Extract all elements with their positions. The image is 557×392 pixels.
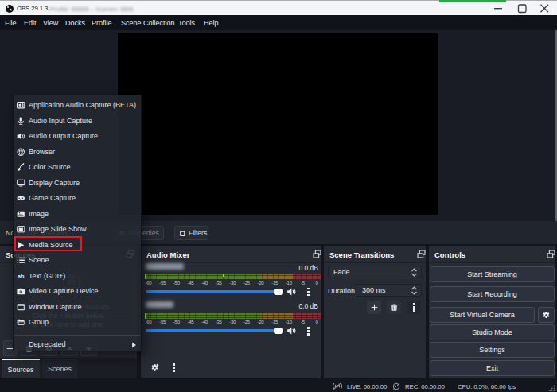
svg-text:ab: ab (18, 272, 25, 279)
